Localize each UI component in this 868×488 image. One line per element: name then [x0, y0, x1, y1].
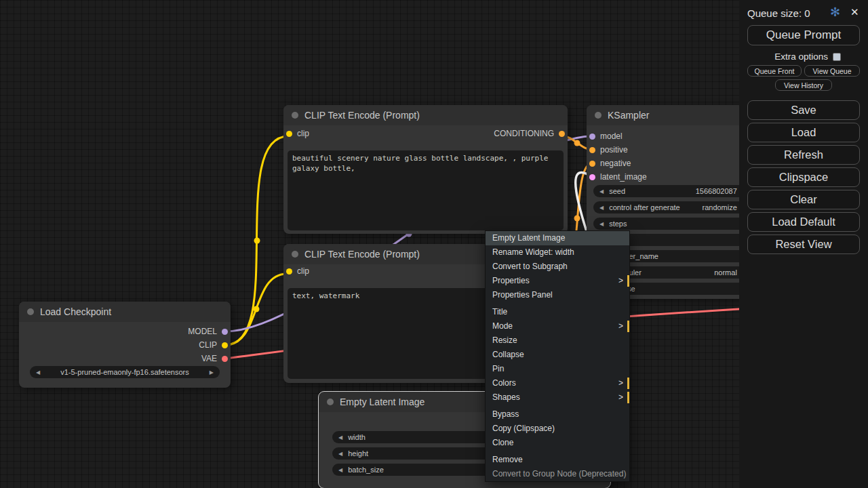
menu-item-convert-to-group-node-deprecated[interactable]: Convert to Group Node (Deprecated) — [486, 467, 629, 481]
menu-item-shapes[interactable]: Shapes> — [486, 390, 629, 405]
output-label: VAE — [201, 354, 217, 363]
menu-item-label: Properties — [492, 276, 530, 285]
input-label: clip — [297, 266, 309, 276]
menu-item-pin[interactable]: Pin — [486, 362, 629, 376]
ckpt-name-widget[interactable]: ◀ v1-5-pruned-emaonly-fp16.safetensors ▶ — [30, 366, 220, 378]
load-button[interactable]: Load — [747, 123, 860, 142]
node-collapse-dot-icon[interactable] — [595, 112, 601, 119]
queue-prompt-button[interactable]: Queue Prompt — [747, 25, 860, 45]
node-collapse-dot-icon[interactable] — [27, 308, 34, 315]
decrement-arrow-icon[interactable]: ◀ — [599, 221, 604, 227]
save-button[interactable]: Save — [747, 100, 860, 120]
widget-label: batch_size — [348, 466, 384, 474]
node-clip-text-encode-positive[interactable]: CLIP Text Encode (Prompt) clip CONDITION… — [283, 105, 568, 234]
clip-output-dot[interactable] — [222, 342, 228, 348]
menu-item-clone[interactable]: Clone — [486, 436, 629, 450]
node-collapse-dot-icon[interactable] — [327, 399, 334, 405]
decrement-arrow-icon[interactable]: ◀ — [599, 188, 604, 195]
queue-front-button[interactable]: Queue Front — [747, 65, 802, 77]
widget-label: width — [348, 433, 366, 441]
decrement-arrow-icon[interactable]: ◀ — [338, 451, 342, 457]
menu-item-bypass[interactable]: Bypass — [486, 407, 629, 422]
conditioning-output-dot[interactable] — [559, 131, 565, 137]
view-queue-button[interactable]: View Queue — [804, 65, 860, 77]
decrement-arrow-icon[interactable]: ◀ — [338, 467, 342, 473]
queue-size-label: Queue size: 0 — [747, 6, 810, 20]
node-collapse-dot-icon[interactable] — [292, 251, 298, 258]
decrement-arrow-icon[interactable]: ◀ — [599, 205, 604, 211]
node-load-checkpoint[interactable]: Load Checkpoint MODELCLIPVAE ◀ v1-5-prun… — [19, 302, 231, 388]
model-output-dot[interactable] — [222, 329, 228, 335]
prompt-textarea[interactable]: beautiful scenery nature glass bottle la… — [288, 150, 564, 230]
view-history-button[interactable]: View History — [775, 79, 832, 91]
menu-item-label: Collapse — [492, 350, 524, 359]
input-slot-positive[interactable]: positive — [589, 143, 628, 157]
widget-label: control after generate — [609, 203, 680, 211]
vae-output-dot[interactable] — [222, 356, 228, 362]
load-default-button[interactable]: Load Default — [747, 212, 860, 232]
settings-gear-icon[interactable]: ✻ — [830, 5, 840, 20]
menu-item-label: Convert to Group Node (Deprecated) — [492, 469, 626, 479]
input-label: latent_image — [600, 172, 647, 182]
menu-item-colors[interactable]: Colors> — [486, 376, 629, 390]
output-slot-model[interactable]: MODEL — [188, 325, 228, 338]
menu-item-copy-clipspace[interactable]: Copy (Clipspace) — [486, 422, 629, 436]
menu-item-label: Mode — [492, 321, 513, 331]
context-menu: Empty Latent ImageRename Widget: widthCo… — [485, 230, 630, 482]
widget-control-after-generate[interactable]: ◀control after generaterandomize▶ — [593, 201, 753, 214]
output-label: MODEL — [188, 327, 217, 336]
latent-image-input-dot[interactable] — [589, 174, 595, 180]
node-title-bar[interactable]: KSampler — [587, 105, 760, 125]
increment-arrow-icon[interactable]: ▶ — [210, 369, 214, 375]
submenu-arrow-icon: > — [618, 319, 623, 333]
model-input-dot[interactable] — [589, 134, 595, 140]
reset-view-button[interactable]: Reset View — [747, 235, 860, 254]
negative-input-dot[interactable] — [589, 161, 595, 167]
menu-item-properties-panel[interactable]: Properties Panel — [486, 288, 629, 302]
menu-item-mode[interactable]: Mode> — [486, 319, 629, 333]
node-title-bar[interactable]: CLIP Text Encode (Prompt) — [283, 105, 568, 125]
input-slot-clip[interactable]: clip — [286, 127, 309, 140]
menu-item-collapse[interactable]: Collapse — [486, 348, 629, 362]
menu-item-convert-to-subgraph[interactable]: Convert to Subgraph — [486, 260, 629, 274]
widget-label: steps — [609, 220, 627, 228]
wire-dot — [254, 238, 260, 244]
node-canvas[interactable]: Load Checkpoint MODELCLIPVAE ◀ v1-5-prun… — [0, 0, 868, 488]
submenu-arrow-icon: > — [618, 376, 623, 390]
menu-item-label: Bypass — [492, 409, 519, 419]
close-icon[interactable]: ✕ — [850, 6, 859, 18]
menu-item-label: Shapes — [492, 392, 520, 402]
menu-item-label: Pin — [492, 364, 504, 373]
menu-item-empty-latent-image[interactable]: Empty Latent Image — [486, 231, 629, 245]
submenu-indicator — [627, 378, 629, 389]
clipspace-button[interactable]: Clipspace — [747, 167, 860, 187]
menu-item-title[interactable]: Title — [486, 305, 629, 319]
widget-seed[interactable]: ◀seed1566802087▶ — [593, 185, 753, 197]
menu-item-rename-widget-width[interactable]: Rename Widget: width — [486, 245, 629, 260]
submenu-indicator — [627, 275, 629, 287]
ckpt-name-value: v1-5-pruned-emaonly-fp16.safetensors — [40, 368, 210, 376]
menu-item-label: Properties Panel — [492, 290, 553, 300]
submenu-indicator — [627, 392, 629, 403]
node-title-bar[interactable]: Load Checkpoint — [19, 302, 231, 322]
menu-item-properties[interactable]: Properties> — [486, 274, 629, 288]
clear-button[interactable]: Clear — [747, 190, 860, 209]
wire-dot — [254, 306, 260, 312]
output-slot-vae[interactable]: VAE — [201, 352, 228, 365]
refresh-button[interactable]: Refresh — [747, 145, 860, 165]
positive-input-dot[interactable] — [589, 147, 595, 153]
clip-input-dot[interactable] — [286, 268, 292, 274]
input-slot-model[interactable]: model — [589, 129, 623, 143]
node-collapse-dot-icon[interactable] — [292, 112, 298, 119]
widget-steps[interactable]: ◀steps▶ — [593, 218, 753, 230]
decrement-arrow-icon[interactable]: ◀ — [338, 434, 342, 441]
output-slot-conditioning[interactable]: CONDITIONING — [494, 127, 565, 140]
input-slot-clip[interactable]: clip — [286, 264, 309, 278]
input-slot-negative[interactable]: negative — [589, 157, 631, 170]
input-slot-latent-image[interactable]: latent_image — [589, 170, 647, 184]
output-slot-clip[interactable]: CLIP — [199, 338, 228, 352]
menu-item-remove[interactable]: Remove — [486, 453, 629, 467]
menu-item-resize[interactable]: Resize — [486, 333, 629, 348]
extra-options-checkbox[interactable] — [833, 53, 841, 61]
clip-input-dot[interactable] — [286, 131, 292, 137]
